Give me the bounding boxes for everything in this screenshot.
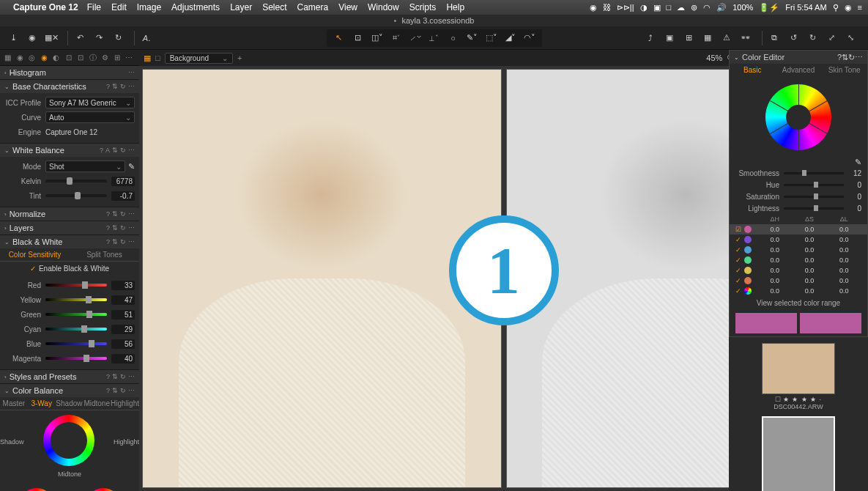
smoothness-slider[interactable] (784, 172, 844, 174)
capture-icon[interactable]: ◉ (25, 31, 40, 45)
menu-view[interactable]: View (338, 2, 357, 12)
tab-lens-icon[interactable]: ◎ (27, 52, 37, 64)
reset-icon[interactable]: ↻ (120, 83, 126, 90)
warning-icon[interactable]: ⚠ (719, 31, 734, 45)
magenta-slider[interactable] (45, 357, 107, 360)
copy-icon[interactable]: ⧉ (767, 31, 782, 45)
ce-header[interactable]: ⌄ Color Editor ? ⇅ ↻ ⋯ (730, 51, 867, 64)
status-icon[interactable]: ◑ (640, 3, 648, 12)
menu-icon[interactable]: ⋯ (128, 224, 135, 232)
rating-stars[interactable]: ★ ★ ★ ★ · (783, 396, 823, 403)
reset-icon[interactable]: ↻ (120, 147, 126, 154)
tab-library-icon[interactable]: ▦ (3, 52, 13, 64)
menu-icon[interactable]: ⋯ (128, 238, 135, 246)
help-icon[interactable]: ? (106, 373, 110, 380)
clock[interactable]: Fri 5:54 AM (785, 3, 826, 12)
copy-icon[interactable]: ⇅ (112, 224, 118, 232)
menu-edit[interactable]: Edit (111, 2, 127, 12)
tint-slider[interactable] (45, 194, 107, 197)
pipette-icon[interactable]: ✎ (128, 162, 135, 171)
status-icon[interactable]: □ (667, 3, 672, 12)
cb-tab-3way[interactable]: 3-Way (28, 397, 56, 410)
tab-split-tones[interactable]: Split Tones (70, 248, 139, 261)
redo-icon[interactable]: ↷ (92, 31, 106, 45)
view-range-link[interactable]: View selected color range (730, 296, 867, 310)
menu-scripts[interactable]: Scripts (409, 2, 437, 12)
mode-select[interactable]: Shot (45, 160, 125, 172)
cb-tab-shadow[interactable]: Shadow (56, 397, 84, 410)
help-icon[interactable]: ? (106, 210, 110, 218)
kelvin-slider[interactable] (45, 180, 107, 182)
help-icon[interactable]: ? (100, 147, 103, 154)
grid2-icon[interactable]: ▦ (700, 31, 715, 45)
menu-icon[interactable]: ⋯ (855, 53, 863, 62)
rotate-left-icon[interactable]: ↺ (786, 31, 801, 45)
curve-select[interactable]: Auto (45, 111, 135, 123)
color-swatch-row[interactable]: ✓0.00.00.0 (730, 255, 867, 265)
single-view-icon[interactable]: □ (155, 53, 160, 62)
app-name[interactable]: Capture One 12 (13, 2, 78, 12)
menu-icon[interactable]: ⋯ (128, 83, 135, 90)
saturation-slider[interactable] (784, 196, 844, 198)
cb-tab-master[interactable]: Master (0, 397, 28, 410)
status-icon[interactable]: ⊳⊳|| (617, 3, 634, 12)
tab-exposure-icon[interactable]: ◐ (51, 52, 62, 64)
reset-icon[interactable]: ↻ (120, 373, 126, 380)
menu-camera[interactable]: Camera (297, 2, 329, 12)
pointer-icon[interactable]: ↖ (332, 31, 346, 45)
gradient-icon[interactable]: ◢˅ (503, 31, 518, 45)
crop-icon[interactable]: ⌗˅ (389, 31, 404, 45)
shadow-wheel[interactable] (18, 488, 55, 491)
ce-tab-advanced[interactable]: Advanced (776, 64, 822, 77)
reset-icon[interactable]: ↻ (120, 387, 126, 394)
color-swatch-row[interactable]: ✓0.00.00.0 (730, 265, 867, 276)
export-icon[interactable]: ⤴ (643, 31, 658, 45)
add-icon[interactable]: + (237, 53, 242, 62)
tab-capture-icon[interactable]: ◉ (15, 52, 26, 64)
notification-icon[interactable]: ≡ (858, 3, 862, 12)
copy-icon[interactable]: ⇅ (842, 53, 848, 62)
wifi-icon[interactable]: ⊚ (691, 3, 697, 12)
grid-icon[interactable]: ⊞ (681, 31, 696, 45)
image-preview-left[interactable] (142, 69, 502, 488)
copy-icon[interactable]: ⇅ (112, 83, 118, 90)
menu-layer[interactable]: Layer (230, 2, 252, 12)
reset-icon[interactable]: ↻ (120, 238, 126, 246)
reset-icon[interactable]: ↻ (120, 224, 126, 232)
copy-icon[interactable]: ⇅ (112, 210, 118, 218)
background-select[interactable]: Background (165, 53, 233, 64)
wb-header[interactable]: ⌄ White Balance ? A ⇅ ↻ ⋯ (0, 144, 139, 157)
loupe-icon[interactable]: ◫˅ (370, 31, 385, 45)
icc-select[interactable]: Sony A7 M3 Generic (45, 97, 135, 108)
cb-tab-highlight[interactable]: Highlight (111, 397, 139, 410)
tint-value[interactable]: -0.7 (111, 191, 135, 201)
menu-select[interactable]: Select (262, 2, 286, 12)
eraser-icon[interactable]: ⬚˅ (484, 31, 499, 45)
menu-icon[interactable]: ⋯ (128, 210, 135, 218)
print-icon[interactable]: ▣ (662, 31, 677, 45)
color-wheel[interactable] (765, 84, 831, 150)
styles-header[interactable]: ›Styles and Presets?⇅↻⋯ (0, 370, 139, 383)
ce-tab-basic[interactable]: Basic (730, 64, 776, 77)
yellow-slider[interactable] (45, 298, 107, 301)
blue-slider[interactable] (45, 342, 107, 345)
spot-icon[interactable]: ○ (446, 31, 461, 45)
help-icon[interactable]: ? (106, 83, 110, 90)
ce-tab-skintone[interactable]: Skin Tone (821, 64, 867, 77)
status-icon[interactable]: ◉ (590, 3, 597, 12)
cb-header[interactable]: ⌄Color Balance?⇅↻⋯ (0, 384, 139, 397)
delete-icon[interactable]: ▦✕ (44, 31, 59, 45)
menu-window[interactable]: Window (368, 2, 399, 12)
glasses-icon[interactable]: 👓 (738, 31, 753, 45)
help-icon[interactable]: ? (106, 238, 110, 246)
enable-bw-checkbox[interactable]: ✓Enable Black & White (0, 262, 139, 276)
cb-tab-midtone[interactable]: Midtone (83, 397, 111, 410)
bw-header[interactable]: ⌄Black & White?⇅↻⋯ (0, 235, 139, 248)
status-icon[interactable]: ▣ (653, 3, 661, 12)
tab-color-icon[interactable]: ◉ (40, 52, 50, 64)
thumbnail[interactable]: ☐ ★ ★ ★ ★ · DSC00442.ARW (735, 343, 862, 410)
status-icon[interactable]: ⛓ (603, 3, 611, 12)
menu-image[interactable]: Image (137, 2, 161, 12)
kelvin-value[interactable]: 6778 (111, 177, 135, 186)
auto-icon[interactable]: A (105, 147, 110, 154)
